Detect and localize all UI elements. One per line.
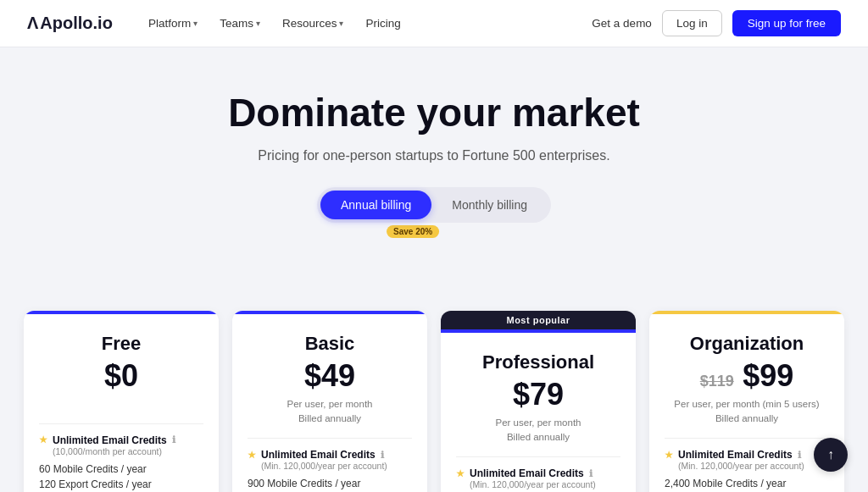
pricing-section: Free $0 ★ Unlimited Email Credits ℹ (10,…: [2, 274, 866, 492]
plan-name-professional: Professional: [456, 351, 620, 373]
nav-teams[interactable]: Teams ▾: [211, 12, 269, 35]
nav-platform-label: Platform: [148, 17, 191, 30]
billing-info-organization: Per user, per month (min 5 users) Billed…: [665, 397, 829, 427]
plan-name-basic: Basic: [248, 333, 412, 355]
chevron-down-icon: ▾: [339, 19, 343, 28]
annual-billing-button[interactable]: Annual billing: [320, 191, 431, 219]
divider-professional: [456, 456, 620, 457]
info-icon-professional: ℹ: [589, 468, 593, 479]
email-credits-organization: ★ Unlimited Email Credits ℹ (Min. 120,00…: [665, 449, 829, 471]
billing-info-free: [39, 397, 203, 412]
info-icon-organization: ℹ: [798, 450, 801, 461]
card-inner-free: Free $0 ★ Unlimited Email Credits ℹ (10,…: [24, 314, 219, 492]
card-inner-organization: Organization $119 $99 Per user, per mont…: [649, 314, 844, 492]
nav-pricing[interactable]: Pricing: [357, 12, 409, 35]
billing-toggle: Annual billing Monthly billing: [317, 187, 551, 223]
monthly-billing-button[interactable]: Monthly billing: [431, 191, 548, 219]
email-credits-note-professional: (Min. 120,000/year per account): [470, 479, 620, 489]
save-badge: Save 20%: [387, 225, 439, 238]
nav-platform[interactable]: Platform ▾: [140, 12, 206, 35]
price-organization: $99: [743, 358, 793, 393]
plan-name-free: Free: [39, 333, 203, 355]
email-credits-note-basic: (Min. 120,000/year per account): [261, 461, 412, 471]
divider-organization: [665, 438, 829, 439]
back-to-top-button[interactable]: ↑: [814, 438, 848, 472]
signup-button[interactable]: Sign up for free: [732, 10, 841, 36]
star-icon-organization: ★: [665, 450, 673, 461]
divider-free: [39, 423, 203, 424]
nav-teams-label: Teams: [220, 17, 253, 30]
popular-badge: Most popular: [441, 311, 636, 329]
plan-card-organization: Organization $119 $99 Per user, per mont…: [649, 311, 844, 492]
price-free: $0: [104, 358, 138, 393]
chevron-down-icon: ▾: [256, 19, 260, 28]
hero-title: Dominate your market: [17, 91, 851, 135]
navbar: Λ Apollo.io Platform ▾ Teams ▾ Resources…: [0, 0, 868, 47]
logo-icon: Λ: [27, 14, 38, 33]
nav-right: Get a demo Log in Sign up for free: [592, 10, 841, 36]
get-demo-link[interactable]: Get a demo: [592, 17, 652, 30]
plan-name-organization: Organization: [665, 333, 829, 355]
star-icon-free: ★: [39, 434, 47, 445]
price-row-organization: $119 $99: [665, 358, 829, 394]
mobile-credits-free: 60 Mobile Credits / year: [39, 463, 203, 475]
price-row-basic: $49: [248, 358, 412, 394]
export-credits-free: 120 Export Credits / year: [39, 478, 203, 490]
plan-card-professional: Most popular Professional $79 Per user, …: [441, 311, 636, 492]
login-button[interactable]: Log in: [662, 10, 722, 36]
logo-text: Apollo.io: [40, 14, 113, 33]
info-icon-basic: ℹ: [381, 450, 384, 461]
plan-card-basic: Basic $49 Per user, per month Billed ann…: [232, 311, 427, 492]
email-credits-note-free: (10,000/month per account): [53, 446, 203, 456]
nav-resources[interactable]: Resources ▾: [274, 12, 353, 35]
email-credits-note-organization: (Min. 120,000/year per account): [678, 461, 829, 471]
price-original-organization: $119: [700, 373, 734, 390]
price-row-free: $0: [39, 358, 203, 394]
logo[interactable]: Λ Apollo.io: [27, 14, 113, 33]
hero-section: Dominate your market Pricing for one-per…: [0, 47, 868, 274]
billing-info-professional: Per user, per month Billed annually: [456, 416, 620, 445]
email-credits-basic: ★ Unlimited Email Credits ℹ (Min. 120,00…: [248, 449, 412, 471]
star-icon-basic: ★: [248, 450, 256, 461]
divider-basic: [248, 438, 412, 439]
billing-info-basic: Per user, per month Billed annually: [248, 397, 412, 427]
price-basic: $49: [304, 358, 355, 393]
price-professional: $79: [513, 377, 564, 412]
nav-pricing-label: Pricing: [365, 17, 400, 30]
email-credits-free: ★ Unlimited Email Credits ℹ (10,000/mont…: [39, 434, 203, 456]
plan-card-free: Free $0 ★ Unlimited Email Credits ℹ (10,…: [24, 311, 219, 492]
chevron-down-icon: ▾: [193, 19, 198, 28]
price-row-professional: $79: [456, 377, 620, 412]
star-icon-professional: ★: [456, 468, 465, 479]
email-credits-professional: ★ Unlimited Email Credits ℹ (Min. 120,00…: [456, 467, 620, 489]
mobile-credits-basic: 900 Mobile Credits / year: [248, 478, 412, 489]
back-to-top-icon: ↑: [827, 447, 834, 462]
card-inner-basic: Basic $49 Per user, per month Billed ann…: [232, 314, 427, 492]
hero-subtitle: Pricing for one-person startups to Fortu…: [17, 148, 851, 163]
nav-links: Platform ▾ Teams ▾ Resources ▾ Pricing: [140, 12, 592, 35]
info-icon-free: ℹ: [172, 434, 175, 445]
mobile-credits-organization: 2,400 Mobile Credits / year: [665, 478, 829, 489]
card-inner-professional: Professional $79 Per user, per month Bil…: [441, 333, 636, 492]
nav-resources-label: Resources: [282, 17, 337, 30]
